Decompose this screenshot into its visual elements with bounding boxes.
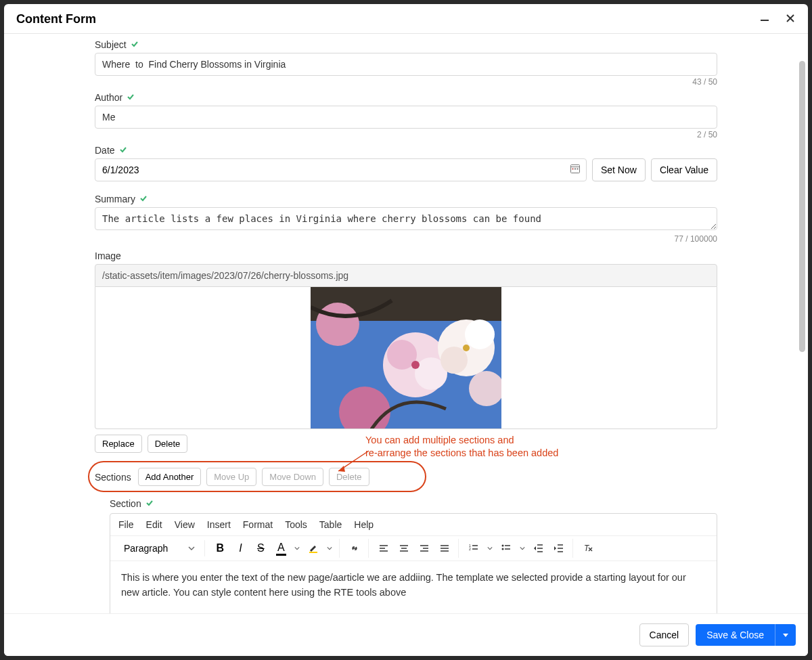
date-input[interactable] — [95, 159, 564, 181]
highlight-chevron-icon[interactable] — [324, 539, 335, 558]
form-body: Subject 43 / 50 Author 2 / 50 Date — [4, 34, 808, 656]
svg-marker-55 — [783, 634, 788, 637]
summary-input[interactable]: The article lists a few places in Virgin… — [95, 207, 717, 230]
date-label: Date — [95, 145, 115, 156]
menu-table[interactable]: Table — [319, 519, 342, 530]
image-path: /static-assets/item/images/2023/07/26/ch… — [95, 264, 717, 287]
field-summary: Summary The article lists a few places i… — [95, 194, 717, 244]
subject-count: 43 / 50 — [95, 77, 717, 87]
link-icon[interactable] — [345, 539, 364, 558]
save-button-group: Save & Close — [696, 624, 796, 646]
highlight-icon[interactable] — [304, 539, 323, 558]
menu-file[interactable]: File — [118, 519, 134, 530]
cherry-blossoms-image — [311, 287, 501, 429]
move-up-button[interactable]: Move Up — [206, 468, 256, 486]
titlebar: Content Form — [4, 4, 808, 34]
image-preview — [95, 287, 717, 429]
svg-marker-22 — [338, 466, 345, 472]
italic-icon[interactable]: I — [231, 539, 250, 558]
svg-point-40 — [502, 545, 504, 547]
replace-image-button[interactable]: Replace — [95, 435, 142, 453]
menu-help[interactable]: Help — [354, 519, 374, 530]
cancel-button[interactable]: Cancel — [639, 623, 690, 646]
save-more-button[interactable] — [775, 624, 796, 646]
svg-rect-23 — [309, 552, 317, 553]
scrollbar[interactable] — [797, 34, 807, 623]
save-close-button[interactable]: Save & Close — [696, 624, 775, 646]
paragraph-select[interactable]: Paragraph — [118, 540, 200, 556]
editor-menubar: File Edit View Insert Format Tools Table… — [110, 514, 717, 536]
clear-format-icon[interactable]: T — [579, 539, 597, 558]
menu-edit[interactable]: Edit — [146, 519, 162, 530]
annotation-text: You can add multiple sections and re-arr… — [365, 434, 558, 460]
svg-point-16 — [465, 320, 495, 349]
menu-insert[interactable]: Insert — [207, 519, 231, 530]
move-down-button[interactable]: Move Down — [262, 468, 323, 486]
author-input[interactable] — [95, 106, 717, 129]
menu-view[interactable]: View — [175, 519, 195, 530]
author-label: Author — [95, 92, 122, 103]
summary-label: Summary — [95, 194, 135, 204]
date-input-wrap — [95, 158, 587, 181]
field-date: Date Set Now Clear Value — [95, 145, 717, 181]
menu-tools[interactable]: Tools — [285, 519, 307, 530]
image-label: Image — [95, 250, 121, 261]
text-color-icon[interactable]: A — [271, 539, 290, 558]
check-icon — [119, 145, 127, 156]
author-count: 2 / 50 — [95, 130, 717, 139]
minimize-icon[interactable] — [759, 13, 770, 26]
strikethrough-icon[interactable]: S — [251, 539, 270, 558]
svg-rect-7 — [577, 169, 578, 170]
check-icon — [145, 498, 154, 509]
annotation-arrow-icon — [332, 447, 372, 481]
bold-icon[interactable]: B — [210, 539, 229, 558]
svg-point-17 — [441, 347, 468, 374]
delete-image-button[interactable]: Delete — [148, 435, 188, 453]
set-now-button[interactable]: Set Now — [592, 158, 646, 181]
subject-input[interactable] — [95, 53, 717, 76]
svg-text:2: 2 — [469, 547, 471, 551]
align-justify-icon[interactable] — [435, 539, 454, 558]
menu-format[interactable]: Format — [243, 519, 273, 530]
outdent-icon[interactable] — [529, 539, 548, 558]
rich-text-editor: File Edit View Insert Format Tools Table… — [110, 513, 717, 616]
modal-window: Content Form Subject 43 / 50 — [4, 4, 808, 656]
svg-point-41 — [502, 548, 504, 550]
close-icon[interactable] — [785, 13, 796, 26]
ordered-list-icon[interactable]: 12 — [464, 539, 483, 558]
titlebar-actions — [759, 13, 796, 26]
annotation-line2: re-arrange the sections that has been ad… — [365, 447, 558, 460]
text-color-chevron-icon[interactable] — [292, 539, 302, 558]
ordered-list-chevron-icon[interactable] — [484, 539, 495, 558]
clear-value-button[interactable]: Clear Value — [651, 158, 717, 181]
check-icon — [131, 39, 139, 50]
svg-marker-51 — [554, 546, 556, 550]
svg-marker-47 — [534, 546, 536, 550]
align-left-icon[interactable] — [374, 539, 393, 558]
add-another-button[interactable]: Add Another — [138, 468, 202, 486]
sections-label: Sections — [95, 472, 131, 483]
field-image: Image /static-assets/item/images/2023/07… — [95, 250, 717, 453]
svg-rect-5 — [572, 169, 573, 170]
check-icon — [127, 92, 135, 103]
subject-label: Subject — [95, 39, 127, 50]
scrollbar-thumb[interactable] — [799, 61, 805, 352]
chevron-down-icon — [188, 545, 195, 552]
field-author: Author 2 / 50 — [95, 92, 717, 139]
caret-down-icon — [782, 632, 789, 638]
indent-icon[interactable] — [549, 539, 568, 558]
editor-toolbar: Paragraph B I S A — [110, 536, 717, 561]
field-section: Section File Edit View Insert Format Too… — [95, 498, 717, 616]
svg-point-19 — [411, 361, 420, 369]
annotation-line1: You can add multiple sections and — [365, 434, 558, 447]
unordered-list-icon[interactable] — [497, 539, 516, 558]
section-label: Section — [110, 498, 141, 509]
align-center-icon[interactable] — [394, 539, 413, 558]
calendar-icon[interactable] — [564, 163, 586, 177]
modal-footer: Cancel Save & Close — [4, 613, 808, 656]
align-right-icon[interactable] — [415, 539, 434, 558]
editor-content[interactable]: This is where you enter the text of the … — [110, 561, 717, 615]
svg-rect-6 — [574, 169, 576, 170]
unordered-list-chevron-icon[interactable] — [517, 539, 528, 558]
svg-point-10 — [316, 303, 359, 346]
